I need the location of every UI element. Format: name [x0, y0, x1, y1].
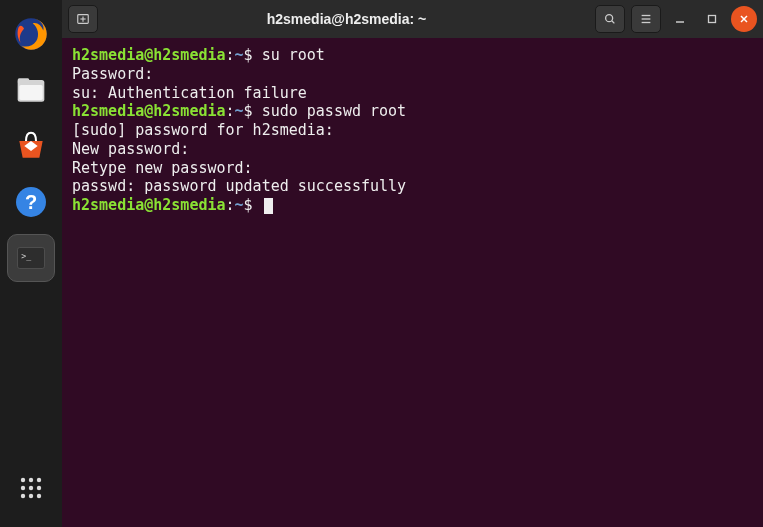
svg-point-16 — [37, 494, 41, 498]
titlebar: h2smedia@h2smedia: ~ — [62, 0, 763, 38]
files-icon — [11, 70, 51, 110]
terminal-icon: >_ — [13, 240, 49, 276]
terminal-line: h2smedia@h2smedia:~$ — [72, 196, 753, 215]
dock: ? >_ — [0, 0, 62, 527]
help-icon: ? — [11, 182, 51, 222]
terminal-line: [sudo] password for h2smedia: — [72, 121, 753, 140]
svg-point-11 — [21, 486, 25, 490]
svg-point-8 — [21, 478, 25, 482]
prompt-user: h2smedia@h2smedia — [72, 46, 226, 64]
svg-rect-26 — [709, 16, 716, 23]
prompt-symbol: $ — [244, 46, 262, 64]
dock-software[interactable] — [7, 122, 55, 170]
svg-point-20 — [606, 15, 613, 22]
prompt-user: h2smedia@h2smedia — [72, 102, 226, 120]
minimize-icon — [675, 14, 685, 24]
prompt-colon: : — [226, 102, 235, 120]
window-title: h2smedia@h2smedia: ~ — [104, 11, 589, 27]
software-icon — [11, 126, 51, 166]
command-text: sudo passwd root — [262, 102, 407, 120]
prompt-user: h2smedia@h2smedia — [72, 196, 226, 214]
svg-point-13 — [37, 486, 41, 490]
firefox-icon — [10, 13, 52, 55]
prompt-path: ~ — [235, 46, 244, 64]
prompt-path: ~ — [235, 196, 244, 214]
svg-point-14 — [21, 494, 25, 498]
svg-point-12 — [29, 486, 33, 490]
hamburger-icon — [639, 12, 653, 26]
prompt-symbol: $ — [244, 102, 262, 120]
prompt-symbol: $ — [244, 196, 262, 214]
prompt-colon: : — [226, 196, 235, 214]
menu-button[interactable] — [631, 5, 661, 33]
maximize-button[interactable] — [699, 6, 725, 32]
svg-text:>_: >_ — [21, 251, 31, 261]
search-button[interactable] — [595, 5, 625, 33]
dock-help[interactable]: ? — [7, 178, 55, 226]
svg-point-10 — [37, 478, 41, 482]
terminal-line: h2smedia@h2smedia:~$ sudo passwd root — [72, 102, 753, 121]
show-applications[interactable] — [7, 464, 55, 512]
terminal-body[interactable]: h2smedia@h2smedia:~$ su rootPassword:su:… — [62, 38, 763, 527]
dock-firefox[interactable] — [7, 10, 55, 58]
apps-grid-icon — [19, 476, 43, 500]
new-tab-icon — [76, 12, 90, 26]
svg-rect-3 — [19, 85, 42, 100]
close-button[interactable] — [731, 6, 757, 32]
terminal-line: Retype new password: — [72, 159, 753, 178]
svg-point-9 — [29, 478, 33, 482]
svg-rect-2 — [18, 78, 30, 83]
cursor — [264, 198, 273, 214]
terminal-window: h2smedia@h2smedia: ~ — [62, 0, 763, 527]
prompt-path: ~ — [235, 102, 244, 120]
terminal-line: New password: — [72, 140, 753, 159]
terminal-line: Password: — [72, 65, 753, 84]
terminal-line: h2smedia@h2smedia:~$ su root — [72, 46, 753, 65]
command-text: su root — [262, 46, 325, 64]
search-icon — [603, 12, 617, 26]
terminal-line: su: Authentication failure — [72, 84, 753, 103]
dock-terminal[interactable]: >_ — [7, 234, 55, 282]
minimize-button[interactable] — [667, 6, 693, 32]
svg-point-15 — [29, 494, 33, 498]
maximize-icon — [707, 14, 717, 24]
svg-line-21 — [612, 21, 615, 24]
terminal-line: passwd: password updated successfully — [72, 177, 753, 196]
prompt-colon: : — [226, 46, 235, 64]
new-tab-button[interactable] — [68, 5, 98, 33]
dock-files[interactable] — [7, 66, 55, 114]
close-icon — [739, 14, 749, 24]
svg-text:?: ? — [25, 191, 37, 213]
